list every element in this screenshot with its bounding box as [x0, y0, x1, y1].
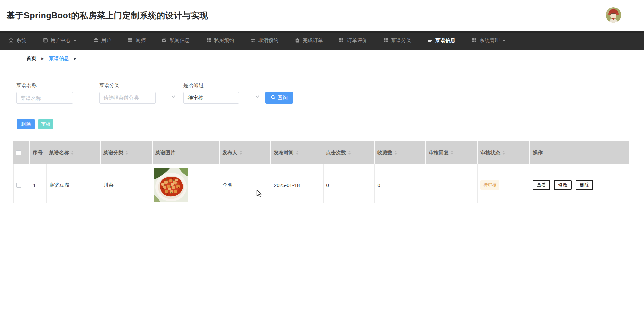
- grid-icon: [206, 38, 211, 43]
- nav-item-completed-orders[interactable]: 完成订单: [294, 31, 323, 50]
- status-badge: 待审核: [480, 180, 499, 190]
- sort-control[interactable]: [296, 151, 299, 155]
- column-header-favorites: 收藏数: [375, 141, 426, 164]
- table-header-row: 序号 菜谱名称 菜谱分类 菜谱图片 发布人 发布时间 点击次数: [13, 141, 629, 164]
- nav-item-label: 厨师: [136, 37, 146, 44]
- chevron-down-icon[interactable]: [255, 94, 260, 100]
- main-nav: 系统 用户中心 用户 厨师 私厨信: [0, 31, 644, 50]
- grid-icon: [127, 38, 133, 43]
- nav-item-recipe-info[interactable]: 菜谱信息: [427, 31, 455, 50]
- breadcrumb-current-link[interactable]: 菜谱信息: [49, 55, 69, 62]
- audit-pass-select[interactable]: 待审核: [183, 92, 239, 104]
- chart-icon: [162, 38, 167, 43]
- table-header-spacer: [13, 164, 629, 167]
- row-name-cell: 麻婆豆腐: [47, 167, 101, 203]
- audit-pass-label: 是否通过: [183, 82, 239, 89]
- nav-item-label: 私厨预约: [214, 37, 234, 44]
- table-toolbar: 删除 审核: [17, 119, 53, 129]
- sort-control[interactable]: [502, 151, 505, 155]
- batch-audit-button[interactable]: 审核: [38, 119, 53, 129]
- sort-control[interactable]: [125, 151, 128, 155]
- nav-item-chefs[interactable]: 厨师: [127, 31, 146, 50]
- recipe-category-select[interactable]: 请选择菜谱分类: [99, 92, 156, 104]
- row-publisher-cell: 李明: [220, 167, 271, 203]
- chevron-down-icon[interactable]: [171, 94, 176, 100]
- home-icon: [8, 38, 14, 43]
- nav-item-users[interactable]: 用户: [93, 31, 111, 50]
- chevron-down-icon: [73, 38, 77, 42]
- page: 基于SpringBoot的私房菜上门定制系统的设计与实现 系统: [0, 0, 644, 319]
- sort-control[interactable]: [71, 151, 74, 155]
- row-checkbox-cell: [14, 167, 30, 203]
- nav-item-label: 订单评价: [347, 37, 367, 44]
- sliders-icon: [250, 38, 256, 43]
- sort-control[interactable]: [394, 151, 397, 155]
- row-checkbox[interactable]: [16, 183, 21, 188]
- nav-item-label: 私厨信息: [170, 37, 190, 44]
- nav-item-label: 用户: [101, 37, 111, 44]
- row-favorites-cell: 0: [375, 167, 426, 203]
- list-icon: [427, 38, 433, 43]
- nav-item-private-kitchen-info[interactable]: 私厨信息: [162, 31, 190, 50]
- column-header-clicks: 点击次数: [323, 141, 375, 164]
- column-header-audit-status: 审核状态: [478, 141, 530, 164]
- recipe-category-label: 菜谱分类: [99, 82, 156, 89]
- audit-pass-filter-group: 是否通过 待审核: [183, 82, 239, 104]
- recipe-name-label: 菜谱名称: [16, 82, 73, 89]
- chevron-down-icon: [502, 38, 506, 42]
- column-header-audit-reply: 审核回复: [426, 141, 478, 164]
- column-header-index: 序号: [30, 141, 46, 164]
- sort-control[interactable]: [239, 151, 242, 155]
- nav-item-private-kitchen-booking[interactable]: 私厨预约: [206, 31, 234, 50]
- nav-item-label: 取消预约: [258, 37, 278, 44]
- column-header-name: 菜谱名称: [46, 141, 101, 164]
- nav-item-system[interactable]: 系统: [8, 31, 26, 50]
- breadcrumb-home-link[interactable]: 首页: [26, 55, 36, 62]
- delete-button[interactable]: 删除: [576, 180, 593, 190]
- recipe-table: 序号 菜谱名称 菜谱分类 菜谱图片 发布人 发布时间 点击次数: [13, 141, 629, 203]
- row-index-cell: 1: [30, 167, 47, 203]
- select-all-checkbox[interactable]: [16, 150, 21, 155]
- row-publish-time-cell: 2025-01-18: [271, 167, 324, 203]
- recipe-image: [154, 168, 188, 202]
- recipe-name-input[interactable]: [16, 92, 73, 104]
- avatar-image: [606, 7, 621, 23]
- row-clicks-cell: 0: [324, 167, 375, 203]
- clipboard-check-icon: [294, 38, 300, 43]
- page-title: 基于SpringBoot的私房菜上门定制系统的设计与实现: [7, 10, 208, 21]
- sort-control[interactable]: [451, 151, 453, 155]
- row-category-cell: 川菜: [101, 167, 153, 203]
- nav-item-label: 完成订单: [303, 37, 323, 44]
- search-icon: [271, 95, 276, 101]
- nav-item-recipe-categories[interactable]: 菜谱分类: [383, 31, 411, 50]
- row-audit-status-cell: 待审核: [478, 167, 530, 203]
- nav-item-system-management[interactable]: 系统管理: [472, 31, 506, 50]
- nav-item-label: 菜谱分类: [391, 37, 411, 44]
- grid-icon: [472, 38, 477, 43]
- user-avatar[interactable]: [606, 7, 621, 23]
- column-header-actions: 操作: [530, 141, 629, 164]
- nav-item-label: 系统: [16, 37, 26, 44]
- view-button[interactable]: 查看: [533, 180, 550, 190]
- nav-item-order-reviews[interactable]: 订单评价: [339, 31, 367, 50]
- breadcrumb: 首页 ▶ 菜谱信息 ▶: [0, 50, 644, 67]
- nav-item-cancel-booking[interactable]: 取消预约: [250, 31, 278, 50]
- nav-item-label: 菜谱信息: [435, 37, 455, 44]
- column-header-publish-time: 发布时间: [271, 141, 323, 164]
- sort-control[interactable]: [348, 151, 351, 155]
- header-checkbox-cell: [13, 141, 30, 164]
- grid-icon: [339, 38, 344, 43]
- search-button[interactable]: 查询: [265, 92, 293, 104]
- row-audit-reply-cell: [426, 167, 478, 203]
- nav-item-label: 用户中心: [51, 37, 71, 44]
- breadcrumb-arrow-icon: ▶: [74, 57, 77, 60]
- column-header-publisher: 发布人: [220, 141, 271, 164]
- batch-delete-button[interactable]: 删除: [17, 119, 35, 129]
- recipe-name-filter-group: 菜谱名称: [16, 82, 73, 104]
- nav-item-label: 系统管理: [480, 37, 500, 44]
- column-header-image: 菜谱图片: [153, 141, 220, 164]
- filter-bar: 菜谱名称 菜谱分类 请选择菜谱分类 是否通过 待审核 查询: [16, 82, 293, 104]
- edit-button[interactable]: 修改: [554, 180, 572, 190]
- nav-item-user-center[interactable]: 用户中心: [43, 31, 77, 50]
- panel-icon: [43, 38, 48, 43]
